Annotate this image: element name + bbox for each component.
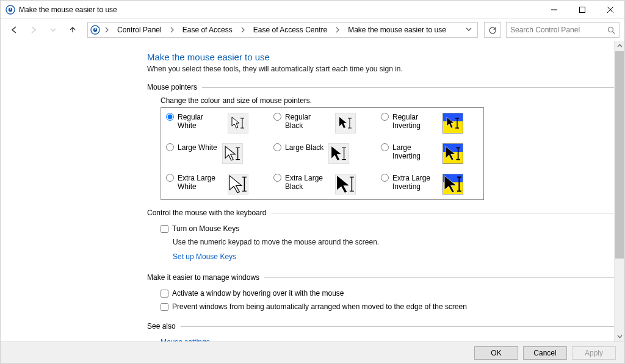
checkbox-prevent-arrange[interactable] <box>161 303 168 311</box>
group-legend: Make it easier to manage windows <box>147 273 259 282</box>
up-button[interactable] <box>64 21 81 38</box>
radio-extra-large-white[interactable] <box>166 174 174 182</box>
page-subtitle: When you select these tools, they will a… <box>147 65 614 73</box>
scroll-up-button[interactable] <box>615 41 624 51</box>
option-extra-large-inverting[interactable]: Extra Large Inverting <box>381 174 438 191</box>
search-icon <box>607 26 615 34</box>
svg-point-5 <box>609 27 613 32</box>
recent-dropdown-icon[interactable] <box>45 21 62 38</box>
radio-large-inverting[interactable] <box>381 143 389 151</box>
group-legend: Mouse pointers <box>147 83 197 91</box>
link-setup-mouse-keys[interactable]: Set up Mouse Keys <box>173 252 236 261</box>
option-large-inverting[interactable]: Large Inverting <box>381 143 438 160</box>
cursor-preview-icon <box>228 113 248 134</box>
svg-rect-2 <box>580 7 585 12</box>
content-area: Make the mouse easier to use When you se… <box>1 41 614 341</box>
vertical-scrollbar[interactable] <box>614 41 624 341</box>
radio-extra-large-inverting[interactable] <box>381 174 389 182</box>
refresh-button[interactable] <box>484 22 501 38</box>
pointers-subtext: Change the colour and size of mouse poin… <box>161 96 614 105</box>
mouse-keys-note: Use the numeric keypad to move the mouse… <box>173 235 614 249</box>
cursor-preview-icon <box>222 143 243 164</box>
checkbox-activate-hover-label[interactable]: Activate a window by hovering over it wi… <box>172 289 344 298</box>
chevron-right-icon[interactable] <box>239 27 247 33</box>
group-legend: Control the mouse with the keyboard <box>147 209 266 217</box>
option-extra-large-black[interactable]: Extra Large Black <box>273 174 330 191</box>
nav-toolbar: Control Panel Ease of Access Ease of Acc… <box>1 19 624 41</box>
option-extra-large-white[interactable]: Extra Large White <box>166 174 223 191</box>
checkbox-activate-hover[interactable] <box>161 290 168 298</box>
cursor-preview-icon <box>335 174 356 194</box>
chevron-right-icon[interactable] <box>333 27 342 33</box>
radio-large-black[interactable] <box>273 143 281 151</box>
page-heading: Make the mouse easier to use <box>147 52 614 62</box>
cursor-preview-icon <box>328 143 349 164</box>
dialog-button-bar: OK Cancel Apply <box>1 341 624 363</box>
option-regular-black[interactable]: Regular Black <box>273 113 330 130</box>
option-regular-inverting[interactable]: Regular Inverting <box>381 113 438 130</box>
radio-regular-inverting[interactable] <box>381 113 389 121</box>
cursor-preview-icon <box>443 174 463 194</box>
breadcrumb-ease-of-access-centre[interactable]: Ease of Access Centre <box>250 23 331 37</box>
checkbox-prevent-arrange-label[interactable]: Prevent windows from being automatically… <box>172 302 467 311</box>
checkbox-mouse-keys-label[interactable]: Turn on Mouse Keys <box>172 224 239 233</box>
cursor-preview-icon <box>443 143 463 164</box>
cancel-button[interactable]: Cancel <box>523 346 567 360</box>
manage-windows-group: Make it easier to manage windows Activat… <box>147 273 614 313</box>
window-title: Make the mouse easier to use <box>19 5 117 14</box>
ok-button[interactable]: OK <box>474 346 518 360</box>
control-panel-icon <box>5 5 15 15</box>
breadcrumb-make-mouse-easier[interactable]: Make the mouse easier to use <box>344 23 450 37</box>
mouse-keyboard-group: Control the mouse with the keyboard Turn… <box>147 209 614 265</box>
forward-button[interactable] <box>25 21 42 38</box>
radio-regular-black[interactable] <box>273 113 281 121</box>
title-bar: Make the mouse easier to use <box>1 1 624 19</box>
minimize-button[interactable] <box>540 1 568 19</box>
cursor-preview-icon <box>443 113 463 134</box>
option-large-black[interactable]: Large Black <box>273 143 323 152</box>
chevron-right-icon[interactable] <box>168 27 176 33</box>
apply-button[interactable]: Apply <box>572 346 616 360</box>
close-button[interactable] <box>596 1 624 19</box>
control-panel-icon <box>90 25 100 35</box>
radio-large-white[interactable] <box>166 143 174 151</box>
option-regular-white[interactable]: Regular White <box>166 113 223 130</box>
option-large-white[interactable]: Large White <box>166 143 217 152</box>
group-legend: See also <box>147 322 176 330</box>
search-input[interactable]: Search Control Panel <box>506 22 620 38</box>
address-bar[interactable]: Control Panel Ease of Access Ease of Acc… <box>87 22 478 38</box>
back-button[interactable] <box>5 21 23 38</box>
mouse-pointers-group: Mouse pointers Change the colour and siz… <box>147 83 614 200</box>
see-also-group: See also Mouse settings <box>147 322 614 341</box>
cursor-preview-icon <box>228 174 248 194</box>
cursor-preview-icon <box>335 113 356 134</box>
scroll-down-button[interactable] <box>615 331 624 341</box>
address-history-dropdown[interactable] <box>463 26 475 34</box>
pointer-scheme-table: Regular White Regular Black <box>161 107 484 200</box>
breadcrumb-ease-of-access[interactable]: Ease of Access <box>179 23 236 37</box>
radio-regular-white[interactable] <box>166 113 174 121</box>
maximize-button[interactable] <box>568 1 596 19</box>
link-mouse-settings[interactable]: Mouse settings <box>161 338 210 341</box>
radio-extra-large-black[interactable] <box>273 174 281 182</box>
breadcrumb-control-panel[interactable]: Control Panel <box>114 23 165 37</box>
scroll-thumb[interactable] <box>615 51 624 259</box>
search-placeholder: Search Control Panel <box>510 26 607 34</box>
checkbox-mouse-keys[interactable] <box>161 225 168 233</box>
chevron-right-icon[interactable] <box>103 27 111 33</box>
